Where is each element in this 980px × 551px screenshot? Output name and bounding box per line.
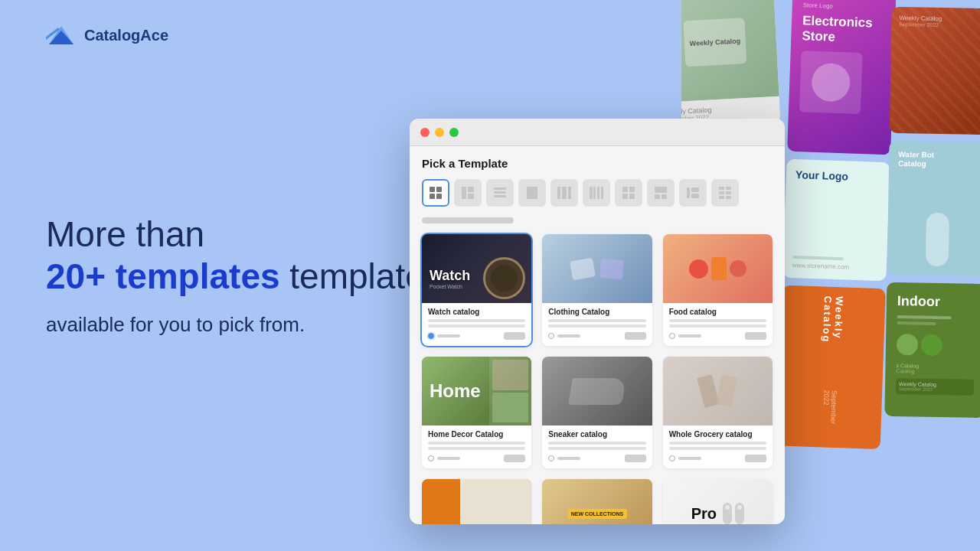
clothing-select-btn[interactable] xyxy=(625,332,646,340)
clothing-radio[interactable] xyxy=(548,333,554,339)
svg-rect-7 xyxy=(494,187,506,190)
watch-radio[interactable] xyxy=(428,333,434,339)
watch-label: Watch xyxy=(430,268,470,284)
template-info-clothing: Clothing Catalog xyxy=(542,303,652,346)
deco-col3: Weekly Catalog September 2022 Water BotC… xyxy=(884,7,980,418)
deco-col2: Store Logo Electronics Store Your Logo w… xyxy=(777,0,897,449)
sneaker-thumb xyxy=(542,357,652,425)
svg-rect-10 xyxy=(527,187,537,199)
hero-line2: 20+ templates xyxy=(46,257,280,297)
template-item-clothing[interactable]: Clothing Catalog xyxy=(542,234,652,346)
close-button[interactable] xyxy=(420,128,430,137)
svg-rect-9 xyxy=(494,195,506,197)
template-info-watch: Watch catalog xyxy=(422,303,531,346)
template-type-list[interactable] xyxy=(486,179,514,207)
deco-logo-card: Your Logo www.storename.com xyxy=(782,159,890,282)
sneaker-radio[interactable] xyxy=(548,455,554,461)
deco-weekly-label: Weekly Catalog xyxy=(689,37,740,47)
template-item-watch[interactable]: Watch Pocket Watch Watch catalog xyxy=(422,234,531,346)
template-type-cards[interactable] xyxy=(615,179,642,207)
template-info-grocery: Whole Grocery catalog xyxy=(663,425,773,468)
food-select-btn[interactable] xyxy=(745,332,766,340)
hero-content: More than 20+ templates templates availa… xyxy=(46,214,443,337)
svg-rect-22 xyxy=(655,187,667,193)
svg-rect-3 xyxy=(436,194,442,199)
hero-line1: More than 20+ templates templates xyxy=(46,214,443,298)
svg-rect-30 xyxy=(719,191,724,194)
home-catalog-name: Home Decor Catalog xyxy=(428,430,525,439)
newcol-thumb: NEW COLLECTIONS xyxy=(542,479,652,524)
template-item-sneaker[interactable]: Sneaker catalog xyxy=(542,357,652,468)
svg-rect-20 xyxy=(622,194,628,199)
deco-electronics-card: Store Logo Electronics Store xyxy=(787,0,896,155)
svg-rect-31 xyxy=(726,191,731,194)
svg-rect-25 xyxy=(687,187,690,198)
home-select-btn[interactable] xyxy=(504,455,525,462)
sneaker-catalog-name: Sneaker catalog xyxy=(548,430,645,439)
template-info-sneaker: Sneaker catalog xyxy=(542,425,652,468)
svg-rect-16 xyxy=(597,187,599,199)
template-type-strip xyxy=(422,179,773,207)
logo-icon xyxy=(46,23,77,47)
home-thumb: Home xyxy=(422,357,531,425)
template-type-4col[interactable] xyxy=(583,179,610,207)
deco-electronics-title: Electronics Store xyxy=(802,13,884,47)
maximize-button[interactable] xyxy=(449,128,459,137)
template-type-magazine[interactable] xyxy=(647,179,675,207)
template-info-home: Home Decor Catalog xyxy=(422,425,531,468)
template-type-grid[interactable] xyxy=(422,179,449,207)
app-window: Pick a Template xyxy=(410,119,785,524)
svg-rect-33 xyxy=(726,196,731,199)
template-item-furniture[interactable]: Modern furniture catalog xyxy=(422,479,531,524)
grocery-radio[interactable] xyxy=(669,455,675,461)
template-item-food[interactable]: Food catalog xyxy=(663,234,773,346)
deco-weekly-orange-card: Weekly Catalog September 2022 xyxy=(777,285,886,450)
deco-water-title: Water BotCatalog xyxy=(898,150,979,170)
template-item-home[interactable]: Home Home Decor Catalog xyxy=(422,357,531,468)
svg-rect-23 xyxy=(655,194,660,199)
template-type-3col[interactable] xyxy=(550,179,578,207)
food-radio[interactable] xyxy=(669,333,675,339)
deco-water-bottle-card: Water BotCatalog xyxy=(887,141,980,276)
svg-rect-32 xyxy=(719,196,724,199)
template-item-grocery[interactable]: Whole Grocery catalog xyxy=(663,357,773,468)
logo-text: CatalogAce xyxy=(84,27,168,44)
svg-rect-0 xyxy=(430,187,435,192)
svg-rect-12 xyxy=(562,187,567,199)
sneaker-select-btn[interactable] xyxy=(625,455,646,462)
watch-sublabel: Pocket Watch xyxy=(430,284,470,289)
svg-rect-6 xyxy=(468,194,474,199)
svg-rect-21 xyxy=(629,194,635,199)
deco-weekly-vertical: Weekly Catalog xyxy=(819,295,845,386)
home-radio[interactable] xyxy=(428,455,434,461)
template-item-newcol[interactable]: NEW COLLECTIONS New collection Catalog xyxy=(542,479,652,524)
template-item-airpods[interactable]: Pro Airpods Catalog xyxy=(663,479,773,524)
svg-rect-27 xyxy=(691,194,699,198)
template-grid: Watch Pocket Watch Watch catalog xyxy=(422,234,773,524)
home-label: Home xyxy=(422,382,481,400)
watch-thumb: Watch Pocket Watch xyxy=(422,234,531,303)
svg-rect-13 xyxy=(568,187,571,199)
template-type-horizontal[interactable] xyxy=(679,179,707,207)
minimize-button[interactable] xyxy=(435,128,444,137)
svg-rect-17 xyxy=(601,187,603,199)
svg-rect-8 xyxy=(494,191,506,194)
template-type-single[interactable] xyxy=(518,179,546,207)
grocery-catalog-name: Whole Grocery catalog xyxy=(669,430,766,439)
template-type-2col[interactable] xyxy=(454,179,482,207)
template-info-food: Food catalog xyxy=(663,303,773,346)
watch-select-btn[interactable] xyxy=(504,332,525,340)
pick-template-title: Pick a Template xyxy=(422,157,773,170)
logo-area: CatalogAce xyxy=(46,23,168,47)
svg-rect-29 xyxy=(726,187,731,190)
deco-indoor-title: Indoor xyxy=(897,293,975,311)
grocery-select-btn[interactable] xyxy=(745,455,766,462)
furniture-thumb xyxy=(422,479,531,524)
deco-your-logo: Your Logo xyxy=(795,168,880,184)
svg-rect-24 xyxy=(662,194,667,199)
svg-rect-1 xyxy=(436,187,442,192)
deco-rug-card: Weekly Catalog September 2022 xyxy=(890,7,980,135)
template-type-compact[interactable] xyxy=(711,179,739,207)
clothing-thumb xyxy=(542,234,652,303)
food-thumb xyxy=(663,234,773,303)
